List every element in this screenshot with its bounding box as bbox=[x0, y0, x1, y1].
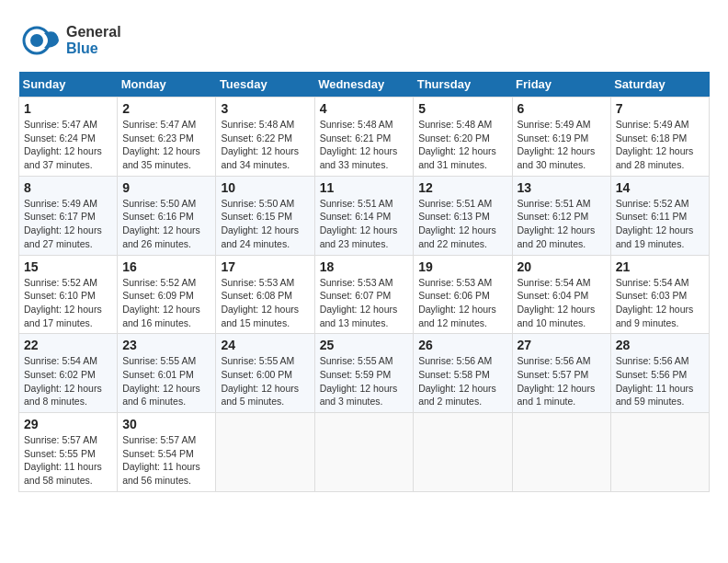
cell-info: Sunrise: 5:55 AMSunset: 6:00 PMDaylight:… bbox=[221, 355, 299, 407]
calendar-cell: 14 Sunrise: 5:52 AMSunset: 6:11 PMDaylig… bbox=[610, 176, 709, 255]
cell-info: Sunrise: 5:54 AMSunset: 6:03 PMDaylight:… bbox=[616, 277, 694, 328]
cell-info: Sunrise: 5:57 AMSunset: 5:55 PMDaylight:… bbox=[24, 434, 102, 486]
cell-info: Sunrise: 5:49 AMSunset: 6:18 PMDaylight:… bbox=[616, 119, 694, 170]
calendar-cell: 4 Sunrise: 5:48 AMSunset: 6:21 PMDayligh… bbox=[314, 98, 414, 177]
cell-info: Sunrise: 5:49 AMSunset: 6:19 PMDaylight:… bbox=[518, 119, 596, 170]
calendar-cell: 19 Sunrise: 5:53 AMSunset: 6:06 PMDaylig… bbox=[414, 255, 512, 334]
day-number: 18 bbox=[320, 259, 409, 274]
day-number: 21 bbox=[616, 259, 704, 274]
calendar-cell: 20 Sunrise: 5:54 AMSunset: 6:04 PMDaylig… bbox=[512, 255, 610, 334]
cell-info: Sunrise: 5:55 AMSunset: 5:59 PMDaylight:… bbox=[320, 355, 398, 407]
day-number: 23 bbox=[122, 338, 210, 352]
day-number: 30 bbox=[122, 417, 210, 431]
column-header-sunday: Sunday bbox=[19, 72, 118, 98]
day-number: 16 bbox=[122, 259, 210, 274]
day-number: 25 bbox=[320, 338, 409, 352]
cell-info: Sunrise: 5:51 AMSunset: 6:12 PMDaylight:… bbox=[518, 198, 596, 249]
day-number: 17 bbox=[221, 259, 309, 274]
day-number: 10 bbox=[221, 180, 309, 195]
calendar-cell: 30 Sunrise: 5:57 AMSunset: 5:54 PMDaylig… bbox=[118, 413, 216, 492]
cell-info: Sunrise: 5:48 AMSunset: 6:22 PMDaylight:… bbox=[221, 119, 299, 170]
logo: General Blue bbox=[18, 18, 121, 63]
cell-info: Sunrise: 5:54 AMSunset: 6:04 PMDaylight:… bbox=[518, 277, 596, 328]
calendar-cell: 18 Sunrise: 5:53 AMSunset: 6:07 PMDaylig… bbox=[314, 255, 414, 334]
cell-info: Sunrise: 5:53 AMSunset: 6:08 PMDaylight:… bbox=[221, 277, 299, 328]
cell-info: Sunrise: 5:53 AMSunset: 6:06 PMDaylight:… bbox=[418, 277, 496, 328]
calendar-cell: 11 Sunrise: 5:51 AMSunset: 6:14 PMDaylig… bbox=[314, 176, 414, 255]
day-number: 9 bbox=[122, 180, 210, 195]
day-number: 20 bbox=[518, 259, 606, 274]
calendar-cell: 22 Sunrise: 5:54 AMSunset: 6:02 PMDaylig… bbox=[19, 334, 118, 413]
logo-blue: Blue bbox=[66, 40, 121, 57]
calendar-cell: 25 Sunrise: 5:55 AMSunset: 5:59 PMDaylig… bbox=[314, 334, 414, 413]
column-header-saturday: Saturday bbox=[610, 72, 709, 98]
calendar-cell: 15 Sunrise: 5:52 AMSunset: 6:10 PMDaylig… bbox=[19, 255, 118, 334]
calendar-cell: 8 Sunrise: 5:49 AMSunset: 6:17 PMDayligh… bbox=[19, 176, 118, 255]
day-number: 26 bbox=[418, 338, 506, 352]
calendar-cell: 28 Sunrise: 5:56 AMSunset: 5:56 PMDaylig… bbox=[610, 334, 709, 413]
column-header-tuesday: Tuesday bbox=[216, 72, 314, 98]
page-header: General Blue bbox=[18, 18, 710, 63]
day-number: 19 bbox=[418, 259, 506, 274]
column-header-monday: Monday bbox=[118, 72, 216, 98]
cell-info: Sunrise: 5:47 AMSunset: 6:24 PMDaylight:… bbox=[24, 119, 102, 170]
day-number: 4 bbox=[320, 101, 409, 116]
day-number: 1 bbox=[24, 101, 112, 116]
calendar-cell bbox=[216, 413, 314, 492]
cell-info: Sunrise: 5:51 AMSunset: 6:13 PMDaylight:… bbox=[418, 198, 496, 249]
day-number: 15 bbox=[24, 259, 112, 274]
day-number: 6 bbox=[518, 101, 606, 116]
calendar-cell bbox=[414, 413, 512, 492]
cell-info: Sunrise: 5:48 AMSunset: 6:21 PMDaylight:… bbox=[320, 119, 398, 170]
column-header-wednesday: Wednesday bbox=[314, 72, 414, 98]
cell-info: Sunrise: 5:53 AMSunset: 6:07 PMDaylight:… bbox=[320, 277, 398, 328]
svg-point-1 bbox=[30, 34, 43, 47]
cell-info: Sunrise: 5:55 AMSunset: 6:01 PMDaylight:… bbox=[122, 355, 200, 407]
cell-info: Sunrise: 5:57 AMSunset: 5:54 PMDaylight:… bbox=[122, 434, 200, 486]
cell-info: Sunrise: 5:54 AMSunset: 6:02 PMDaylight:… bbox=[24, 355, 102, 407]
calendar-cell bbox=[512, 413, 610, 492]
calendar-cell: 27 Sunrise: 5:56 AMSunset: 5:57 PMDaylig… bbox=[512, 334, 610, 413]
cell-info: Sunrise: 5:48 AMSunset: 6:20 PMDaylight:… bbox=[418, 119, 496, 170]
calendar-cell bbox=[610, 413, 709, 492]
day-number: 2 bbox=[122, 101, 210, 116]
calendar-cell: 23 Sunrise: 5:55 AMSunset: 6:01 PMDaylig… bbox=[118, 334, 216, 413]
day-number: 28 bbox=[616, 338, 704, 352]
calendar-cell: 16 Sunrise: 5:52 AMSunset: 6:09 PMDaylig… bbox=[118, 255, 216, 334]
cell-info: Sunrise: 5:56 AMSunset: 5:58 PMDaylight:… bbox=[418, 355, 496, 407]
day-number: 12 bbox=[418, 180, 506, 195]
calendar-cell bbox=[314, 413, 414, 492]
logo-general: General bbox=[66, 24, 121, 40]
calendar-cell: 3 Sunrise: 5:48 AMSunset: 6:22 PMDayligh… bbox=[216, 98, 314, 177]
calendar-cell: 2 Sunrise: 5:47 AMSunset: 6:23 PMDayligh… bbox=[118, 98, 216, 177]
calendar-cell: 9 Sunrise: 5:50 AMSunset: 6:16 PMDayligh… bbox=[118, 176, 216, 255]
calendar-cell: 7 Sunrise: 5:49 AMSunset: 6:18 PMDayligh… bbox=[610, 98, 709, 177]
day-number: 5 bbox=[418, 101, 506, 116]
calendar-cell: 26 Sunrise: 5:56 AMSunset: 5:58 PMDaylig… bbox=[414, 334, 512, 413]
day-number: 3 bbox=[221, 101, 309, 116]
calendar-cell: 10 Sunrise: 5:50 AMSunset: 6:15 PMDaylig… bbox=[216, 176, 314, 255]
calendar-cell: 24 Sunrise: 5:55 AMSunset: 6:00 PMDaylig… bbox=[216, 334, 314, 413]
day-number: 14 bbox=[616, 180, 704, 195]
calendar-table: SundayMondayTuesdayWednesdayThursdayFrid… bbox=[18, 72, 710, 492]
day-number: 7 bbox=[616, 101, 704, 116]
day-number: 22 bbox=[24, 338, 112, 352]
cell-info: Sunrise: 5:56 AMSunset: 5:56 PMDaylight:… bbox=[616, 355, 694, 407]
day-number: 29 bbox=[24, 417, 112, 431]
day-number: 8 bbox=[24, 180, 112, 195]
cell-info: Sunrise: 5:56 AMSunset: 5:57 PMDaylight:… bbox=[518, 355, 596, 407]
cell-info: Sunrise: 5:51 AMSunset: 6:14 PMDaylight:… bbox=[320, 198, 398, 249]
calendar-cell: 21 Sunrise: 5:54 AMSunset: 6:03 PMDaylig… bbox=[610, 255, 709, 334]
calendar-cell: 12 Sunrise: 5:51 AMSunset: 6:13 PMDaylig… bbox=[414, 176, 512, 255]
cell-info: Sunrise: 5:52 AMSunset: 6:11 PMDaylight:… bbox=[616, 198, 694, 249]
calendar-cell: 29 Sunrise: 5:57 AMSunset: 5:55 PMDaylig… bbox=[19, 413, 118, 492]
calendar-cell: 1 Sunrise: 5:47 AMSunset: 6:24 PMDayligh… bbox=[19, 98, 118, 177]
cell-info: Sunrise: 5:52 AMSunset: 6:10 PMDaylight:… bbox=[24, 277, 102, 328]
day-number: 11 bbox=[320, 180, 409, 195]
cell-info: Sunrise: 5:50 AMSunset: 6:15 PMDaylight:… bbox=[221, 198, 299, 249]
calendar-cell: 17 Sunrise: 5:53 AMSunset: 6:08 PMDaylig… bbox=[216, 255, 314, 334]
cell-info: Sunrise: 5:47 AMSunset: 6:23 PMDaylight:… bbox=[122, 119, 200, 170]
calendar-cell: 13 Sunrise: 5:51 AMSunset: 6:12 PMDaylig… bbox=[512, 176, 610, 255]
calendar-cell: 5 Sunrise: 5:48 AMSunset: 6:20 PMDayligh… bbox=[414, 98, 512, 177]
day-number: 13 bbox=[518, 180, 606, 195]
